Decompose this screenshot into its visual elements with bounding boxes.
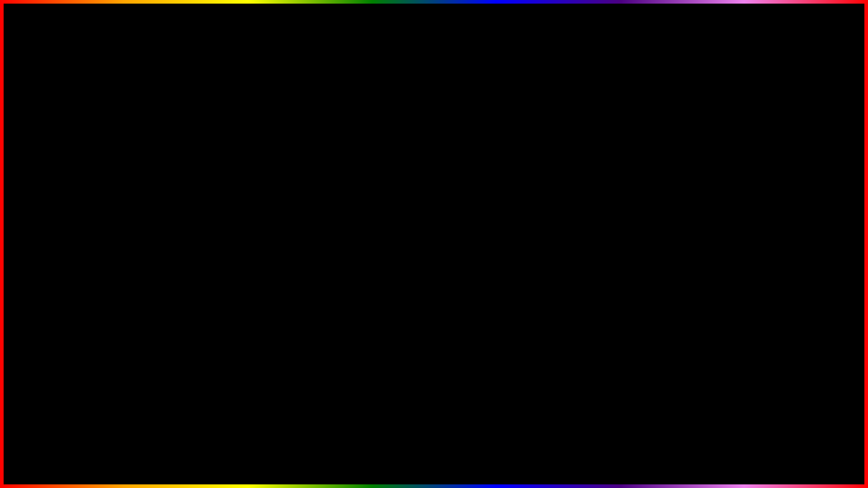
svg-rect-50 — [250, 209, 253, 211]
turn-on-v4-race-label: Turn On V4 Race — [269, 204, 323, 211]
svg-point-28 — [795, 33, 826, 65]
svg-point-9 — [67, 122, 78, 129]
nav-circle-icon — [165, 219, 172, 226]
sword-name: Shark Anchor — [804, 193, 833, 212]
svg-point-21 — [683, 136, 692, 144]
blox-badge: BLOXFRUITS — [832, 93, 858, 107]
svg-rect-62 — [250, 260, 253, 261]
row-separator: | — [263, 254, 264, 262]
nav-item-label: Item — [175, 238, 189, 246]
panel-nav: 🍎 APPLE HUB Information Main Item Stats — [155, 123, 232, 314]
right-character-image: BLOXFRUITS — [760, 9, 859, 108]
svg-point-55 — [253, 232, 255, 234]
update-badge: อัพเดท20.1 — [535, 203, 755, 253]
sword-card: Sword Shark Anchor — [778, 127, 859, 217]
panel-content: Select Weapon : Melee Fast Attack Delay … — [232, 123, 460, 314]
fast-attack-label: Fast Attack — [269, 254, 305, 262]
nav-item-stats[interactable]: Stats — [160, 254, 227, 268]
panel-logo-area: 🍎 APPLE HUB — [162, 78, 243, 94]
svg-point-49 — [253, 206, 255, 209]
svg-point-60 — [249, 257, 251, 259]
svg-rect-40 — [818, 147, 818, 153]
demon-head-icon — [646, 81, 760, 208]
nav-race-v4-label: Race V4 — [175, 277, 202, 285]
panel-header: 🍎 APPLE HUB Blox Fruit | discord.gg/Dg5n… — [155, 74, 460, 99]
nav-circle-icon — [165, 200, 172, 207]
robot-icon — [245, 252, 258, 264]
apple-hub-label: APPLE HUB — [177, 172, 210, 178]
fruits-word: FRUITS — [9, 37, 108, 65]
sword-label: Sword — [803, 131, 833, 143]
panel-separator — [289, 104, 326, 105]
apple-logo-icon: 🍎 — [162, 78, 178, 94]
no-key-text-container: ไม่มีคีย์ — [706, 382, 859, 461]
svg-point-46 — [251, 176, 253, 178]
nav-item-information[interactable]: Information — [160, 196, 227, 210]
panel-title: APPLE HUB — [183, 81, 243, 92]
svg-point-48 — [249, 206, 251, 209]
nav-information-label: Information — [175, 199, 213, 207]
svg-rect-56 — [250, 235, 253, 236]
bypass-tp-label: Bypass TP — [269, 178, 304, 186]
svg-point-58 — [251, 227, 253, 229]
nav-item-main[interactable]: Main — [160, 216, 227, 230]
blox-fruits-logo: BLOX FRUITS — [9, 9, 108, 81]
apple-hub-image: 🍎 APPLE HUB — [166, 130, 221, 184]
robot-icon — [245, 201, 258, 214]
svg-point-7 — [59, 110, 66, 117]
svg-point-16 — [660, 106, 746, 197]
svg-point-32 — [814, 47, 818, 52]
nav-stats-label: Stats — [175, 258, 192, 265]
svg-point-8 — [81, 110, 89, 117]
nav-circle-icon — [165, 277, 172, 285]
svg-point-43 — [253, 181, 255, 183]
no-key-text: ไม่มีคีย์ — [706, 394, 859, 450]
thai-ready-text: พร้อมตัวรัน — [14, 217, 146, 260]
svg-marker-39 — [818, 145, 819, 147]
robot-icon — [245, 176, 258, 188]
fast-attack-delay-button[interactable]: Fast Attack Delay : 0.1 — [239, 150, 453, 167]
svg-rect-44 — [250, 184, 253, 185]
svg-point-42 — [249, 181, 251, 183]
svg-point-52 — [251, 202, 253, 203]
apple-pixel-icon: 🍎 — [171, 136, 216, 172]
nav-item-race-v4[interactable]: Race V4 — [160, 274, 227, 288]
bypass-tp-row[interactable]: | Bypass TP — [239, 172, 453, 192]
nav-main-label: Main — [175, 219, 191, 226]
svg-point-2 — [41, 86, 104, 149]
svg-point-31 — [805, 47, 809, 52]
panel-key-bind: [RightControl] — [417, 83, 453, 90]
panel-body: 🍎 APPLE HUB Information Main Item Stats — [155, 123, 460, 314]
svg-point-54 — [249, 232, 251, 234]
row-separator: | — [263, 229, 264, 237]
robot-icon — [245, 226, 258, 239]
svg-point-61 — [253, 257, 255, 259]
nav-circle-icon — [165, 239, 172, 246]
select-weapon-button[interactable]: Select Weapon : Melee — [239, 127, 453, 145]
svg-point-25 — [735, 136, 753, 154]
ui-panel: 🍎 APPLE HUB Blox Fruit | discord.gg/Dg5n… — [154, 72, 461, 307]
svg-point-64 — [251, 252, 253, 254]
fast-attack-checkmark: ✓ — [440, 254, 446, 263]
row-separator: | — [263, 178, 264, 186]
thai-script-text: แจกสคริปต์ — [9, 375, 276, 461]
svg-point-22 — [714, 136, 723, 144]
set-spawn-point-row[interactable]: | Set Spawn Point — [239, 222, 453, 243]
svg-point-24 — [653, 136, 671, 154]
blox-word: BLOX — [9, 9, 108, 37]
nav-circle-icon — [165, 258, 172, 265]
row-separator: | — [263, 203, 264, 211]
nav-item-item[interactable]: Item — [160, 235, 227, 249]
set-spawn-point-label: Set Spawn Point — [269, 229, 322, 237]
turn-on-v4-race-row[interactable]: | Turn On V4 Race — [239, 197, 453, 218]
farm-settings-label: Farm Settings — [155, 107, 460, 120]
panel-discord-text: Blox Fruit | discord.gg/Dg5nr8CrVV — [284, 83, 376, 90]
update-text: อัพเดท20.1 — [535, 203, 755, 253]
fast-attack-row[interactable]: | Fast Attack ✓ — [239, 248, 453, 268]
